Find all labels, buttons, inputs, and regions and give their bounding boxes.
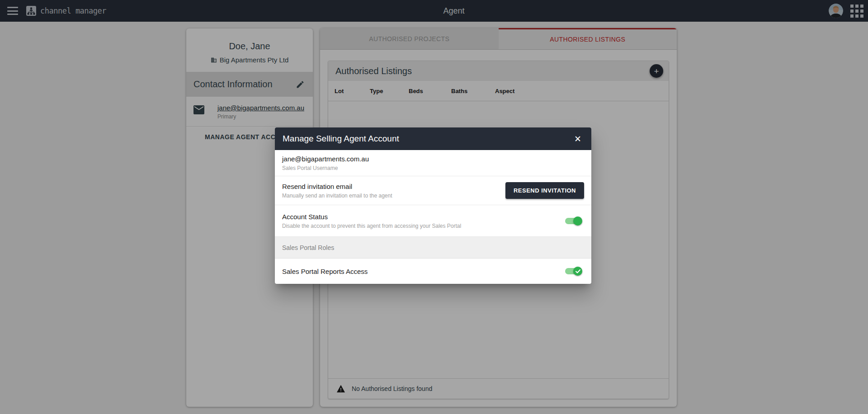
modal-row-account-status: Account Status Disable the account to pr… <box>275 205 591 237</box>
modal-row-reports-access: Sales Portal Reports Access <box>275 259 591 284</box>
account-status-subtitle: Disable the account to prevent this agen… <box>282 223 461 229</box>
modal-row-username: jane@bigapartments.com.au Sales Portal U… <box>275 150 591 176</box>
account-status-text-block: Account Status Disable the account to pr… <box>282 213 461 229</box>
resend-text-block: Resend invitation email Manually send an… <box>282 183 392 199</box>
check-icon <box>573 267 582 276</box>
sales-portal-roles-section: Sales Portal Roles <box>275 237 591 259</box>
username-value: jane@bigapartments.com.au <box>282 155 369 163</box>
page: channel manager Agent <box>0 0 868 414</box>
close-icon[interactable]: ✕ <box>574 135 581 143</box>
modal-title: Manage Selling Agent Account <box>283 134 399 144</box>
account-status-title: Account Status <box>282 213 461 221</box>
manage-selling-agent-modal: Manage Selling Agent Account ✕ jane@biga… <box>275 127 591 284</box>
modal-row-resend: Resend invitation email Manually send an… <box>275 176 591 205</box>
reports-access-title: Sales Portal Reports Access <box>282 268 368 275</box>
username-label: Sales Portal Username <box>282 165 369 171</box>
resend-title: Resend invitation email <box>282 183 392 190</box>
modal-header: Manage Selling Agent Account ✕ <box>275 127 591 150</box>
account-status-toggle[interactable] <box>565 216 582 226</box>
reports-access-toggle[interactable] <box>565 267 582 276</box>
resend-subtitle: Manually send an invitation email to the… <box>282 193 392 199</box>
resend-invitation-button[interactable]: RESEND INVITATION <box>505 182 584 199</box>
username-text-block: jane@bigapartments.com.au Sales Portal U… <box>282 155 369 171</box>
